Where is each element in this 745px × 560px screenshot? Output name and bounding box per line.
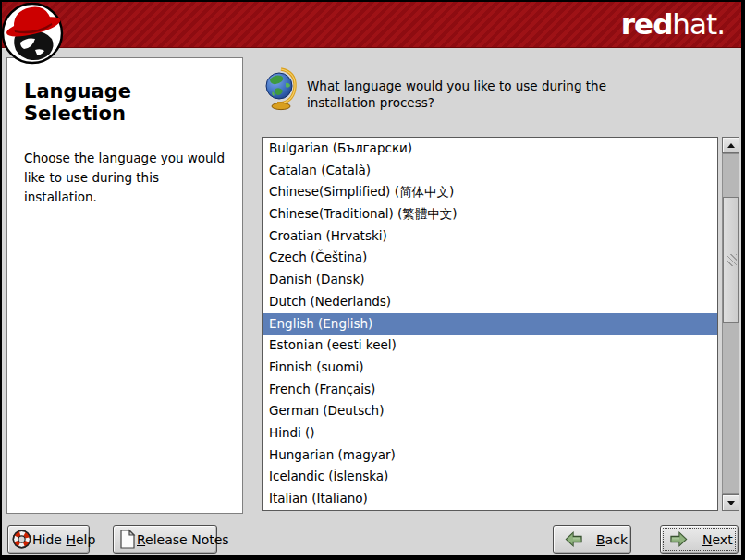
brand-bold: red <box>621 7 673 41</box>
list-item[interactable]: Italian (Italiano) <box>263 488 717 510</box>
language-list[interactable]: Bulgarian (Български)Catalan (Català)Chi… <box>262 137 718 511</box>
hide-help-label: Hide Help <box>32 532 95 547</box>
question-text: What language would you like to use duri… <box>307 78 658 111</box>
list-item[interactable]: Hindi () <box>263 422 717 444</box>
triangle-up-icon <box>727 143 735 148</box>
scroll-up-button[interactable] <box>722 137 739 153</box>
arrow-left-icon <box>565 531 583 547</box>
scrollbar-track[interactable] <box>722 153 739 494</box>
release-notes-label: Release Notes <box>137 532 229 547</box>
list-item[interactable]: Catalan (Català) <box>263 160 717 182</box>
list-item[interactable]: Icelandic (Íslenska) <box>263 466 717 488</box>
header-banner: redhat. <box>0 0 745 48</box>
next-label: Next <box>702 532 733 547</box>
brand-wordmark: redhat. <box>621 7 725 41</box>
arrow-right-icon <box>669 531 688 547</box>
hide-help-button[interactable]: Hide Help <box>7 525 90 554</box>
list-item[interactable]: Czech (Čeština) <box>263 247 717 269</box>
scrollbar-thumb[interactable] <box>723 197 739 323</box>
back-button[interactable]: Back <box>553 525 631 554</box>
scroll-down-button[interactable] <box>722 494 739 511</box>
document-icon <box>118 529 137 550</box>
list-item[interactable]: Finnish (suomi) <box>263 357 717 379</box>
globe-icon <box>264 67 301 111</box>
help-text: Choose the language you would like to us… <box>24 149 227 207</box>
next-button[interactable]: Next <box>660 525 739 554</box>
lifebuoy-icon <box>11 529 32 550</box>
list-item[interactable]: English (English) <box>263 313 717 335</box>
list-item[interactable]: Croatian (Hrvatski) <box>263 225 717 248</box>
page-title: Language Selection <box>24 80 226 125</box>
list-item[interactable]: French (Français) <box>263 379 717 401</box>
language-list-scrollbar[interactable] <box>722 137 739 511</box>
back-label: Back <box>596 532 628 547</box>
list-item[interactable]: Bulgarian (Български) <box>263 138 717 160</box>
help-panel: Language Selection Choose the language y… <box>6 57 243 514</box>
list-item[interactable]: Danish (Dansk) <box>263 269 717 291</box>
triangle-down-icon <box>727 501 735 505</box>
redhat-shadowman-logo <box>2 2 74 67</box>
list-item[interactable]: Chinese(Simplified) (简体中文) <box>263 181 717 203</box>
release-notes-button[interactable]: Release Notes <box>113 525 217 554</box>
list-item[interactable]: Chinese(Traditional) (繁體中文) <box>263 203 717 225</box>
list-item[interactable]: German (Deutsch) <box>263 400 717 422</box>
list-item[interactable]: Estonian (eesti keel) <box>263 335 717 357</box>
brand-light: hat. <box>672 7 725 41</box>
list-item[interactable]: Dutch (Nederlands) <box>263 291 717 313</box>
list-item[interactable]: Hungarian (magyar) <box>263 444 717 467</box>
